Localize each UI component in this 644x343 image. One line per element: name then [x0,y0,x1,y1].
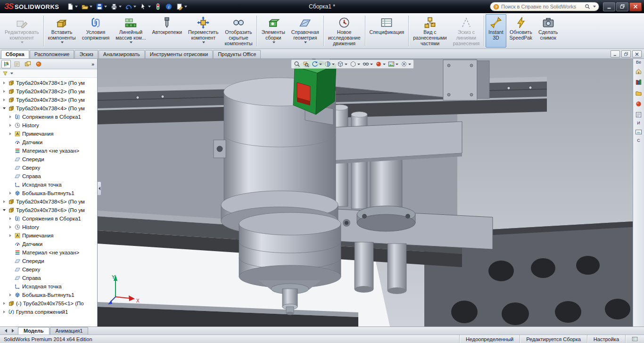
search-icon[interactable] [585,4,590,9]
edit-appearance-button[interactable] [374,61,387,67]
save-button[interactable] [94,2,108,11]
tree-item[interactable]: Сверху [0,163,97,172]
tree-item[interactable]: Труба20x40x738<1> (По ум [0,79,97,87]
taskpane-appearances-button[interactable] [635,99,643,108]
bill-of-materials-button[interactable]: Спецификация [367,14,407,48]
tab-render-tools[interactable]: Инструменты отрисовки [145,50,213,58]
reference-geometry-button[interactable]: Справочная геометрия [289,14,322,48]
taskpane-file-explorer-button[interactable] [635,89,643,97]
tab-sketch[interactable]: Эскиз [74,50,98,58]
dropdown-arrow-icon[interactable] [319,64,322,65]
tree-item[interactable]: Сверху [0,265,97,274]
tree-item[interactable]: AПримечания [0,231,97,240]
search-dropdown-arrow-icon[interactable] [593,6,596,8]
dropdown-arrow-icon[interactable] [130,41,132,43]
dropdown-arrow-icon[interactable] [396,64,398,65]
view-settings-button[interactable] [400,61,412,67]
tree-item[interactable]: Датчики [0,138,97,147]
dropdown-arrow-icon[interactable] [148,6,151,8]
section-view-button[interactable] [323,61,336,67]
filter-dropdown-arrow-icon[interactable] [10,73,13,74]
help-search-input[interactable] [501,4,583,9]
expand-arrow-icon[interactable] [8,217,13,220]
hide-show-items-button[interactable] [362,61,374,67]
tree-item[interactable]: (-) Труба20x40x755<1> (По [0,299,97,308]
dropdown-arrow-icon[interactable] [90,6,92,8]
panel-tab-displaymanager[interactable] [34,60,43,68]
tree-item[interactable]: Исходная точка [0,180,97,189]
expand-arrow-icon[interactable] [2,90,7,93]
options-button[interactable] [174,2,189,11]
help-search[interactable]: ? [490,2,599,11]
previous-view-button[interactable] [311,61,323,67]
expand-arrow-icon[interactable] [8,115,13,118]
statusbar-grid-icon[interactable] [625,335,644,343]
document-minimize-button[interactable] [611,50,620,57]
file-properties-button[interactable]: i [164,2,174,11]
expand-arrow-icon[interactable] [2,310,7,313]
expand-arrow-icon[interactable] [2,302,7,305]
expand-arrow-icon[interactable] [8,294,13,296]
expand-arrow-icon[interactable] [8,192,13,195]
tree-item[interactable]: Спереди [0,155,97,163]
dropdown-arrow-icon[interactable] [332,64,335,65]
tree-item[interactable]: Исходная точка [0,282,97,291]
dropdown-arrow-icon[interactable] [345,64,347,65]
panel-tab-propertymanager[interactable] [12,60,22,68]
tree-item[interactable]: Сопряжения в Сборка1 [0,214,97,223]
window-minimize-button[interactable] [603,2,615,11]
tree-item[interactable]: History [0,121,97,130]
taskpane-custom-properties-button[interactable] [635,110,643,119]
panel-tab-configurations[interactable] [23,60,33,68]
print-button[interactable] [109,2,123,11]
tree-item[interactable]: Труба20x40x738<6> (По ум [0,206,97,214]
status-customize-link[interactable]: Настройка [587,335,625,343]
dropdown-arrow-icon[interactable] [61,41,64,43]
tree-item[interactable]: Материал <не указан> [0,248,97,257]
dropdown-arrow-icon[interactable] [202,41,205,43]
display-style-button[interactable] [349,61,361,67]
tab-model[interactable]: Модель [18,327,50,335]
move-component-button[interactable]: Переместить компонент [185,14,221,48]
mate-button[interactable]: Условия сопряжения [79,14,113,48]
rebuild-button[interactable] [153,2,163,11]
tree-item[interactable]: Материал <не указан> [0,147,97,155]
graphics-area[interactable]: Y X [98,59,633,327]
doc-tabs-scroll-right-icon[interactable] [10,328,16,334]
dropdown-arrow-icon[interactable] [272,41,275,43]
expand-arrow-icon[interactable] [2,98,7,101]
smart-fasteners-button[interactable]: Автокрепежи [149,14,185,48]
window-restore-button[interactable] [616,2,628,11]
new-document-button[interactable] [65,2,79,11]
undo-button[interactable] [124,2,138,11]
select-button[interactable] [138,2,152,11]
dropdown-arrow-icon[interactable] [184,6,187,8]
new-motion-study-button[interactable]: Новое исследование движения [325,14,363,48]
dropdown-arrow-icon[interactable] [75,6,78,8]
tree-item[interactable]: Спереди [0,257,97,265]
tree-item[interactable]: AПримечания [0,130,97,138]
zoom-area-button[interactable] [302,61,310,67]
tab-office-products[interactable]: Продукты Office [213,50,261,58]
dropdown-arrow-icon[interactable] [408,64,411,65]
tab-animation[interactable]: Анимация1 [50,327,89,335]
linear-component-pattern-button[interactable]: Линейный массив ком... [113,14,149,48]
dropdown-arrow-icon[interactable] [119,6,122,8]
tree-item[interactable]: Труба20x40x738<4> (По ум [0,104,97,113]
tree-item[interactable]: Труба20x40x738<5> (По ум [0,197,97,206]
apply-scene-button[interactable] [387,61,399,67]
filter-funnel-icon[interactable] [2,71,8,76]
view-orientation-button[interactable] [336,61,348,67]
tree-item[interactable]: Бобышка-Вытянуть1 [0,291,97,299]
taskpane-resources-button[interactable] [635,67,643,75]
document-restore-button[interactable] [621,50,631,57]
dropdown-arrow-icon[interactable] [357,64,360,65]
tab-layout[interactable]: Расположение [30,50,74,58]
dropdown-arrow-icon[interactable] [304,41,307,43]
panel-overflow-chevron-icon[interactable]: » [90,61,96,67]
tree-item[interactable]: Группа сопряжений1 [0,308,97,316]
expand-arrow-icon[interactable] [2,107,7,109]
dropdown-arrow-icon[interactable] [383,64,386,65]
tree-item[interactable]: Труба20x40x738<2> (По ум [0,87,97,96]
update-speedpak-button[interactable]: Обновить SpeedPak [507,14,535,48]
